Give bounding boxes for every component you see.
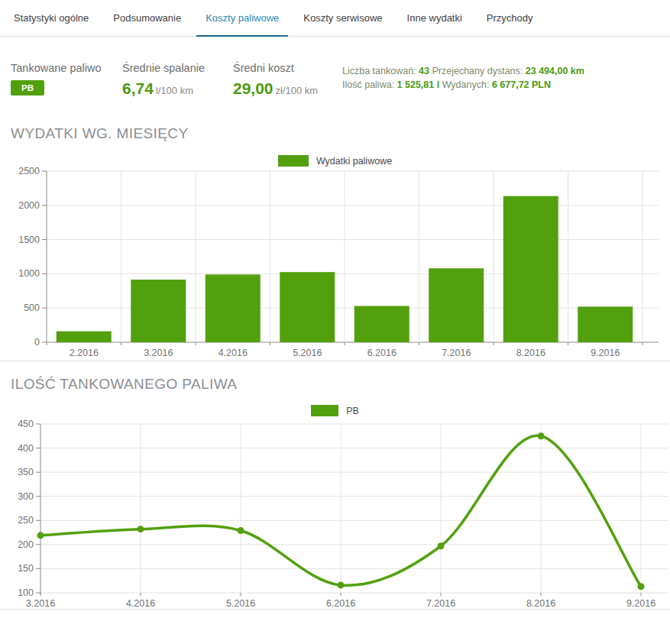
spent-label: Wydanych:	[442, 79, 490, 90]
bar-ytick-label-1500: 1500	[18, 235, 40, 245]
bar-xtick-label-2.2016: 2.2016	[70, 348, 99, 358]
legend-swatch-wydatki	[278, 155, 309, 167]
line-ytick-label-350: 350	[18, 467, 34, 477]
divider-1	[0, 361, 670, 361]
bar-chart-legend: Wydatki paliwowe	[0, 155, 670, 167]
line-xtick-label-5.2016: 5.2016	[226, 598, 255, 609]
bar-xtick-label-5.2016: 5.2016	[293, 348, 322, 358]
avg-consumption-unit: l/100 km	[156, 85, 193, 96]
line-xtick-label-7.2016: 7.2016	[426, 598, 455, 609]
line-ytick-label-450: 450	[18, 419, 34, 429]
avg-consumption-block: Średnie spalanie 6,74l/100 km	[122, 62, 233, 98]
tab-podsumowanie[interactable]: Podsumowanie	[104, 0, 190, 37]
line-ytick-label-300: 300	[18, 491, 34, 502]
section-title-expenses: WYDATKI WG. MIESIĘCY	[11, 125, 670, 142]
avg-cost-label: Średni koszt	[233, 62, 342, 74]
bar-6.2016[interactable]	[354, 306, 409, 342]
bar-xtick-label-9.2016: 9.2016	[591, 348, 620, 358]
point-7.2016[interactable]	[438, 542, 445, 549]
point-6.2016[interactable]	[338, 581, 345, 588]
bar-xtick-label-7.2016: 7.2016	[442, 348, 471, 358]
tab-koszty-serwisowe[interactable]: Koszty serwisowe	[294, 0, 391, 37]
point-9.2016[interactable]	[638, 583, 645, 590]
bar-chart: 050010001500200025002.20163.20164.20165.…	[0, 167, 670, 361]
tab-inne-wydatki[interactable]: Inne wydatki	[398, 0, 471, 37]
refuels-label: Liczba tankowań:	[342, 66, 416, 76]
legend-swatch-pb	[311, 405, 338, 416]
line-ytick-label-250: 250	[18, 515, 34, 526]
point-4.2016[interactable]	[138, 526, 144, 532]
tab-przychody[interactable]: Przychody	[477, 0, 542, 37]
bar-ytick-label-0: 0	[34, 337, 40, 348]
line-xtick-label-8.2016: 8.2016	[526, 598, 555, 609]
line-xtick-label-6.2016: 6.2016	[326, 598, 355, 609]
spent-value: 6 677,72 PLN	[492, 79, 551, 90]
refuels-value: 43	[419, 66, 429, 76]
tab-statystyki-ogolne[interactable]: Statystyki ogólne	[5, 0, 98, 37]
avg-consumption-label: Średnie spalanie	[122, 62, 233, 74]
avg-consumption-value: 6,74	[122, 79, 154, 97]
summary-bar: Tankowane paliwo PB Średnie spalanie 6,7…	[0, 37, 670, 98]
bar-ytick-label-500: 500	[24, 303, 40, 313]
totals-line-2: Ilość paliwa: 1 525,81 l Wydanych: 6 677…	[342, 78, 659, 92]
distance-value: 23 494,00 km	[526, 66, 584, 76]
fuel-amount-value: 1 525,81 l	[397, 79, 440, 90]
avg-cost-unit: zł/100 km	[276, 85, 319, 96]
point-8.2016[interactable]	[538, 432, 545, 439]
distance-label: Przejechany dystans:	[432, 66, 523, 76]
bar-xtick-label-6.2016: 6.2016	[367, 348, 396, 358]
bar-3.2016[interactable]	[131, 280, 186, 342]
bar-xtick-label-8.2016: 8.2016	[516, 348, 545, 358]
legend-label-pb: PB	[346, 406, 359, 416]
line-chart-legend: PB	[0, 405, 670, 416]
line-ytick-label-400: 400	[18, 443, 34, 454]
totals-block: Liczba tankowań: 43 Przejechany dystans:…	[342, 62, 659, 98]
line-xtick-label-4.2016: 4.2016	[126, 598, 155, 609]
bar-2.2016[interactable]	[57, 332, 112, 342]
line-chart: 1001502002503003504004503.20164.20165.20…	[0, 416, 670, 609]
avg-cost-block: Średni koszt 29,00zł/100 km	[233, 62, 342, 98]
avg-cost-value: 29,00	[233, 79, 274, 97]
bar-ytick-label-1000: 1000	[18, 268, 40, 279]
line-ytick-label-150: 150	[18, 563, 34, 574]
section-title-fuel-amount: ILOŚĆ TANKOWANEGO PALIWA	[11, 376, 670, 393]
bar-ytick-label-2000: 2000	[18, 200, 40, 211]
line-ytick-label-100: 100	[18, 587, 34, 598]
tab-koszty-paliwowe[interactable]: Koszty paliwowe	[196, 0, 288, 37]
legend-label-wydatki: Wydatki paliwowe	[316, 156, 392, 167]
bar-9.2016[interactable]	[578, 306, 633, 342]
bar-xtick-label-3.2016: 3.2016	[144, 348, 173, 358]
point-5.2016[interactable]	[238, 527, 244, 534]
point-3.2016[interactable]	[37, 532, 44, 539]
divider-2	[0, 609, 670, 610]
line-xtick-label-3.2016: 3.2016	[26, 598, 55, 609]
bar-7.2016[interactable]	[429, 268, 484, 342]
bar-ytick-label-2500: 2500	[18, 167, 40, 176]
bar-xtick-label-4.2016: 4.2016	[218, 348, 248, 358]
bar-8.2016[interactable]	[503, 196, 558, 342]
totals-line-1: Liczba tankowań: 43 Przejechany dystans:…	[342, 64, 659, 78]
fuel-type-label: Tankowane paliwo	[11, 62, 122, 74]
bar-5.2016[interactable]	[280, 272, 335, 342]
line-ytick-label-200: 200	[18, 539, 34, 550]
line-xtick-label-9.2016: 9.2016	[626, 598, 655, 609]
fuel-type-block: Tankowane paliwo PB	[11, 62, 122, 98]
fuel-type-badge: PB	[11, 80, 44, 95]
fuel-amount-label: Ilość paliwa:	[342, 79, 394, 90]
tab-bar: Statystyki ogólne Podsumowanie Koszty pa…	[0, 0, 670, 37]
bar-4.2016[interactable]	[206, 274, 261, 342]
